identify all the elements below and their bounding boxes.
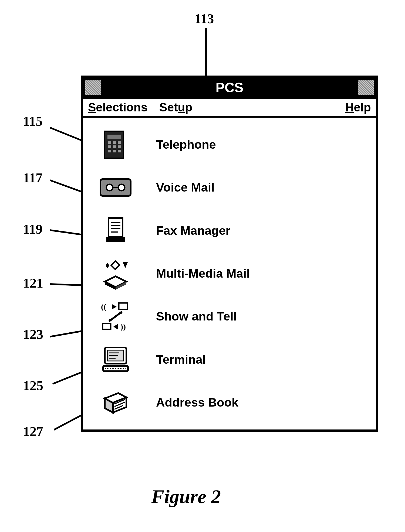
menu-help[interactable]: Help bbox=[345, 101, 371, 114]
svg-rect-10 bbox=[118, 150, 121, 152]
terminal-icon bbox=[99, 343, 132, 376]
telephone-icon bbox=[99, 128, 132, 161]
svg-rect-7 bbox=[118, 145, 121, 148]
item-terminal[interactable]: Terminal bbox=[89, 343, 370, 376]
svg-rect-15 bbox=[109, 218, 123, 237]
menu-selections[interactable]: Selections bbox=[88, 101, 147, 114]
callout-117: 117 bbox=[23, 170, 42, 186]
svg-rect-3 bbox=[113, 141, 116, 144]
item-addressbook[interactable]: Address Book bbox=[89, 386, 370, 419]
item-multimedia[interactable]: Multi-Media Mail bbox=[89, 257, 370, 290]
item-showtell[interactable]: (( )) Show and Tell bbox=[89, 300, 370, 333]
item-multimedia-label: Multi-Media Mail bbox=[156, 267, 250, 281]
svg-rect-1 bbox=[107, 135, 121, 139]
callout-125: 125 bbox=[23, 378, 43, 393]
item-voicemail[interactable]: Voice Mail bbox=[89, 171, 370, 204]
leader-113 bbox=[205, 28, 207, 77]
multimedia-icon bbox=[99, 257, 132, 290]
svg-rect-8 bbox=[108, 150, 111, 152]
item-terminal-label: Terminal bbox=[156, 353, 206, 367]
figure-caption: Figure 2 bbox=[151, 486, 221, 508]
callout-113: 113 bbox=[194, 11, 214, 26]
menu-setup[interactable]: Setup bbox=[159, 101, 192, 114]
callout-119: 119 bbox=[23, 221, 42, 237]
svg-rect-24 bbox=[111, 261, 119, 269]
item-fax-label: Fax Manager bbox=[156, 224, 230, 238]
svg-marker-33 bbox=[113, 324, 118, 329]
svg-line-29 bbox=[109, 312, 122, 321]
svg-text:)): )) bbox=[120, 322, 126, 331]
svg-marker-25 bbox=[123, 262, 128, 268]
item-telephone[interactable]: Telephone bbox=[89, 128, 370, 161]
system-menu-icon[interactable] bbox=[84, 79, 102, 96]
svg-rect-2 bbox=[108, 141, 111, 144]
svg-rect-9 bbox=[113, 150, 116, 152]
svg-rect-28 bbox=[119, 303, 127, 309]
svg-marker-27 bbox=[112, 304, 117, 309]
window-title: PCS bbox=[103, 80, 356, 96]
addressbook-icon bbox=[99, 386, 132, 419]
item-telephone-label: Telephone bbox=[156, 138, 216, 152]
pcs-window: PCS Selections Setup Help Telephone bbox=[81, 76, 378, 432]
fax-icon bbox=[99, 214, 132, 247]
svg-rect-4 bbox=[118, 141, 121, 144]
svg-rect-5 bbox=[108, 145, 111, 148]
svg-rect-20 bbox=[106, 237, 125, 242]
item-addressbook-label: Address Book bbox=[156, 395, 238, 410]
menu-bar: Selections Setup Help bbox=[83, 99, 376, 118]
item-fax[interactable]: Fax Manager bbox=[89, 214, 370, 247]
maximize-icon[interactable] bbox=[357, 79, 375, 96]
callout-115: 115 bbox=[23, 113, 42, 129]
client-area: Telephone Voice Mail bbox=[83, 118, 376, 429]
item-showtell-label: Show and Tell bbox=[156, 309, 237, 323]
callout-121: 121 bbox=[23, 275, 43, 291]
title-bar: PCS bbox=[83, 78, 376, 99]
callout-123: 123 bbox=[23, 326, 43, 342]
showtell-icon: (( )) bbox=[99, 300, 132, 333]
svg-point-12 bbox=[106, 184, 113, 191]
svg-text:((: (( bbox=[101, 302, 106, 311]
menu-selections-rest: elections bbox=[96, 101, 147, 114]
callout-127: 127 bbox=[23, 424, 43, 439]
item-voicemail-label: Voice Mail bbox=[156, 180, 215, 195]
svg-point-13 bbox=[118, 184, 125, 191]
svg-rect-32 bbox=[103, 323, 111, 329]
cassette-icon bbox=[99, 171, 132, 204]
svg-rect-6 bbox=[113, 145, 116, 148]
